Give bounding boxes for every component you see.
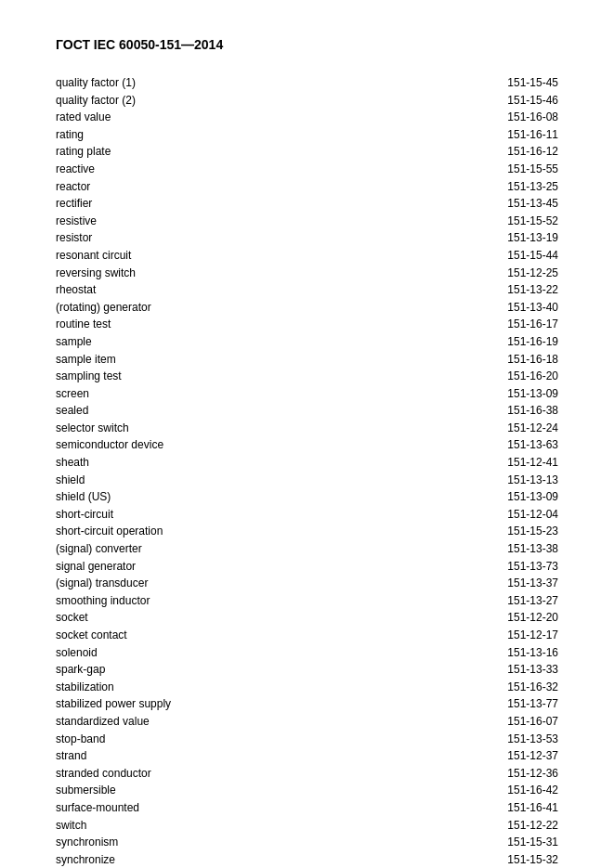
entry-term: sealed bbox=[56, 402, 88, 420]
entry-code: 151-15-23 bbox=[507, 523, 558, 540]
entry-code: 151-16-20 bbox=[507, 368, 558, 385]
entry-code: 151-13-13 bbox=[507, 472, 558, 489]
table-row: strand151-12-37 bbox=[56, 747, 558, 765]
table-row: reversing switch151-12-25 bbox=[56, 265, 558, 282]
table-row: short-circuit operation151-15-23 bbox=[56, 523, 558, 540]
entry-code: 151-16-11 bbox=[507, 126, 558, 144]
entry-code: 151-12-36 bbox=[507, 765, 558, 783]
table-row: rating plate151-16-12 bbox=[56, 143, 558, 161]
table-row: (signal) transducer151-13-37 bbox=[56, 575, 558, 592]
table-row: stranded conductor151-12-36 bbox=[56, 765, 558, 783]
table-row: resistive151-15-52 bbox=[56, 213, 558, 230]
entry-code: 151-12-37 bbox=[507, 747, 558, 765]
entry-code: 151-13-16 bbox=[507, 644, 558, 662]
entry-term: smoothing inductor bbox=[56, 592, 150, 610]
entry-term: stabilization bbox=[56, 679, 114, 696]
entry-term: shield bbox=[56, 472, 85, 489]
table-row: semiconductor device151-13-63 bbox=[56, 436, 558, 454]
entry-code: 151-16-38 bbox=[507, 402, 558, 420]
table-row: switch151-12-22 bbox=[56, 817, 558, 835]
entry-code: 151-15-45 bbox=[507, 74, 558, 92]
table-row: reactive151-15-55 bbox=[56, 161, 558, 178]
table-row: reactor151-13-25 bbox=[56, 178, 558, 196]
entry-code: 151-13-38 bbox=[507, 540, 558, 558]
entry-code: 151-16-42 bbox=[507, 782, 558, 799]
entry-term: submersible bbox=[56, 782, 116, 799]
page-title: ГОСТ IEC 60050-151—2014 bbox=[56, 37, 558, 52]
table-row: (rotating) generator151-13-40 bbox=[56, 299, 558, 317]
table-row: submersible151-16-42 bbox=[56, 782, 558, 799]
entry-term: rating plate bbox=[56, 143, 111, 161]
entry-code: 151-13-37 bbox=[507, 575, 558, 592]
entry-term: quality factor (1) bbox=[56, 74, 136, 92]
entry-term: stranded conductor bbox=[56, 765, 151, 783]
table-row: screen151-13-09 bbox=[56, 385, 558, 403]
entry-term: short-circuit operation bbox=[56, 523, 163, 540]
entry-term: (rotating) generator bbox=[56, 299, 151, 317]
table-row: quality factor (1)151-15-45 bbox=[56, 74, 558, 92]
entry-code: 151-13-22 bbox=[507, 281, 558, 299]
table-row: selector switch151-12-24 bbox=[56, 420, 558, 437]
entry-term: rectifier bbox=[56, 195, 92, 213]
entry-code: 151-12-41 bbox=[507, 454, 558, 472]
entry-code: 151-12-22 bbox=[507, 817, 558, 835]
table-row: signal generator151-13-73 bbox=[56, 558, 558, 576]
entry-term: switch bbox=[56, 817, 86, 835]
entry-code: 151-15-31 bbox=[507, 834, 558, 851]
entry-term: (signal) transducer bbox=[56, 575, 148, 592]
entry-term: solenoid bbox=[56, 644, 98, 662]
table-row: sampling test151-16-20 bbox=[56, 368, 558, 385]
entry-term: resonant circuit bbox=[56, 247, 131, 265]
entry-code: 151-16-18 bbox=[507, 351, 558, 369]
table-row: rating151-16-11 bbox=[56, 126, 558, 144]
entry-term: quality factor (2) bbox=[56, 92, 136, 110]
table-row: spark-gap151-13-33 bbox=[56, 661, 558, 679]
entry-term: short-circuit bbox=[56, 506, 113, 524]
page: ГОСТ IEC 60050-151—2014 quality factor (… bbox=[0, 0, 614, 868]
entry-term: socket contact bbox=[56, 627, 127, 644]
entry-code: 151-16-12 bbox=[507, 143, 558, 161]
entry-code: 151-16-17 bbox=[507, 316, 558, 333]
table-row: synchronize151-15-32 bbox=[56, 851, 558, 868]
entry-term: sampling test bbox=[56, 368, 122, 385]
entries-list: quality factor (1)151-15-45quality facto… bbox=[56, 74, 558, 868]
entry-term: strand bbox=[56, 747, 86, 765]
entry-code: 151-13-53 bbox=[507, 731, 558, 748]
entry-code: 151-15-32 bbox=[507, 851, 558, 868]
entry-term: semiconductor device bbox=[56, 436, 163, 454]
table-row: surface-mounted151-16-41 bbox=[56, 799, 558, 817]
entry-term: standardized value bbox=[56, 713, 150, 731]
entry-code: 151-13-63 bbox=[507, 436, 558, 454]
entry-term: shield (US) bbox=[56, 488, 111, 506]
entry-code: 151-16-19 bbox=[507, 333, 558, 351]
entry-code: 151-13-45 bbox=[507, 195, 558, 213]
entry-term: selector switch bbox=[56, 420, 129, 437]
table-row: synchronism151-15-31 bbox=[56, 834, 558, 851]
entry-code: 151-13-09 bbox=[507, 488, 558, 506]
entry-code: 151-13-19 bbox=[507, 229, 558, 247]
entry-term: sample bbox=[56, 333, 92, 351]
entry-code: 151-13-25 bbox=[507, 178, 558, 196]
entry-term: rheostat bbox=[56, 281, 96, 299]
entry-code: 151-13-09 bbox=[507, 385, 558, 403]
table-row: stabilization151-16-32 bbox=[56, 679, 558, 696]
table-row: shield (US)151-13-09 bbox=[56, 488, 558, 506]
entry-code: 151-16-07 bbox=[507, 713, 558, 731]
entry-term: rating bbox=[56, 126, 84, 144]
table-row: rheostat151-13-22 bbox=[56, 281, 558, 299]
table-row: stop-band151-13-53 bbox=[56, 731, 558, 748]
table-row: rated value151-16-08 bbox=[56, 109, 558, 126]
entry-code: 151-15-52 bbox=[507, 213, 558, 230]
entry-term: surface-mounted bbox=[56, 799, 139, 817]
entry-term: reversing switch bbox=[56, 265, 136, 282]
table-row: solenoid151-13-16 bbox=[56, 644, 558, 662]
entry-term: routine test bbox=[56, 316, 111, 333]
entry-term: sheath bbox=[56, 454, 89, 472]
entry-term: spark-gap bbox=[56, 661, 105, 679]
table-row: shield151-13-13 bbox=[56, 472, 558, 489]
entry-term: reactor bbox=[56, 178, 90, 196]
entry-code: 151-16-41 bbox=[507, 799, 558, 817]
entry-code: 151-13-27 bbox=[507, 592, 558, 610]
entry-code: 151-12-25 bbox=[507, 265, 558, 282]
table-row: stabilized power supply151-13-77 bbox=[56, 695, 558, 713]
